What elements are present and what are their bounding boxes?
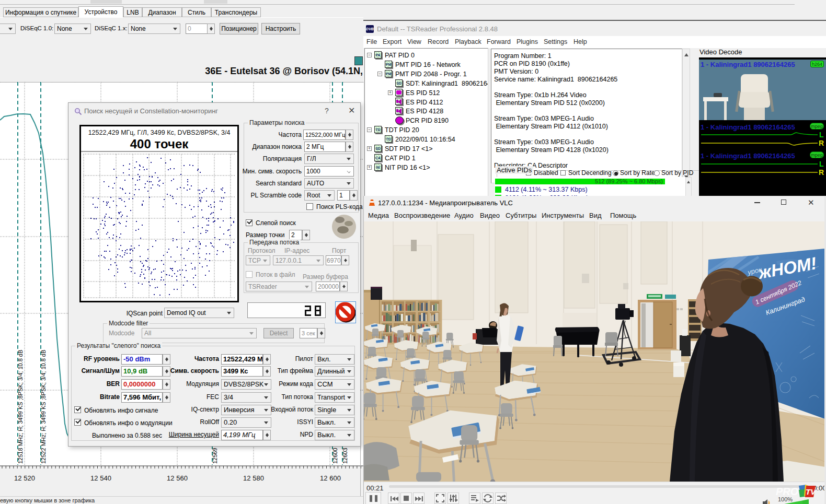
svg-text:12 580: 12 580 (243, 474, 264, 482)
svg-text:12 560: 12 560 (167, 474, 188, 482)
svg-text:12518 MHz; H; 3499 KS ;8PSK; 3: 12518 MHz; H; 3499 KS ;8PSK; 3/4; 10.8 d… (17, 350, 24, 464)
svg-text:PRO: PRO (776, 486, 799, 497)
svg-text:12 520: 12 520 (14, 474, 35, 482)
svg-text:12 600: 12 600 (320, 474, 341, 482)
svg-text:12 540: 12 540 (90, 474, 111, 482)
svg-text:TV: TV (806, 487, 816, 496)
